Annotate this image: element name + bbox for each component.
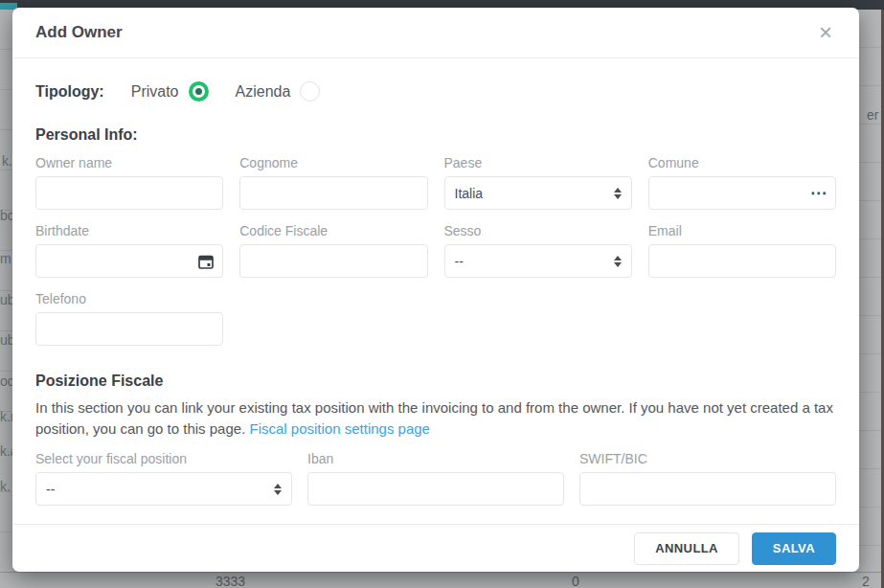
modal-footer: ANNULLA SALVA bbox=[12, 524, 859, 572]
annulla-button[interactable]: ANNULLA bbox=[634, 532, 739, 565]
fiscal-description-text: In this section you can link your existi… bbox=[35, 399, 833, 437]
fiscal-grid: Select your fiscal position -- Iban SWIF… bbox=[35, 451, 836, 506]
backdrop-table-cell: 0 bbox=[572, 574, 579, 588]
posizione-fiscale-heading: Posizione Fiscale bbox=[35, 373, 836, 390]
personal-info-grid: Owner name Cognome Paese Italia Comune ⋯ bbox=[35, 155, 836, 346]
birthdate-input[interactable] bbox=[35, 244, 223, 278]
backdrop-table-cell: 3333 bbox=[215, 574, 245, 588]
field-comune: Comune ⋯ bbox=[648, 155, 836, 210]
field-iban: Iban bbox=[307, 451, 564, 506]
fiscal-position-selected-value: -- bbox=[46, 482, 55, 497]
select-arrows-icon bbox=[274, 484, 282, 495]
fiscal-description: In this section you can link your existi… bbox=[35, 397, 836, 440]
email-input[interactable] bbox=[648, 244, 836, 278]
field-email: Email bbox=[648, 223, 836, 278]
backdrop-text-fragment: er bbox=[867, 107, 878, 123]
backdrop-text-fragment: k. bbox=[2, 153, 12, 169]
iban-label: Iban bbox=[307, 451, 564, 466]
personal-info-heading: Personal Info: bbox=[35, 126, 836, 144]
field-owner-name: Owner name bbox=[35, 155, 223, 210]
radio-label-azienda: Azienda bbox=[236, 83, 291, 101]
modal-header: Add Owner × bbox=[12, 8, 859, 58]
fiscal-position-label: Select your fiscal position bbox=[35, 451, 292, 466]
add-owner-modal: Add Owner × Tipology: Privato Azienda Pe… bbox=[12, 8, 859, 572]
owner-name-label: Owner name bbox=[35, 155, 223, 170]
email-label: Email bbox=[648, 223, 836, 238]
modal-body: Tipology: Privato Azienda Personal Info:… bbox=[12, 58, 859, 524]
cognome-label: Cognome bbox=[239, 155, 427, 170]
comune-label: Comune bbox=[648, 155, 836, 170]
sesso-select[interactable]: -- bbox=[444, 244, 632, 278]
field-sesso: Sesso -- bbox=[444, 223, 632, 278]
radio-option-azienda[interactable]: Azienda bbox=[236, 81, 321, 102]
tipology-label: Tipology: bbox=[35, 83, 104, 101]
comune-input[interactable] bbox=[648, 176, 836, 210]
paese-select[interactable]: Italia bbox=[444, 176, 632, 210]
fiscal-position-settings-link[interactable]: Fiscal position settings page bbox=[250, 420, 430, 437]
telefono-label: Telefono bbox=[35, 291, 223, 306]
swift-bic-label: SWIFT/BIC bbox=[579, 451, 836, 466]
comune-lookup-ellipsis-icon[interactable]: ⋯ bbox=[810, 176, 827, 210]
radio-label-privato: Privato bbox=[131, 83, 179, 101]
swift-bic-input[interactable] bbox=[579, 472, 836, 506]
codice-fiscale-label: Codice Fiscale bbox=[239, 223, 427, 238]
backdrop-table-bottom-row bbox=[0, 572, 884, 588]
sesso-selected-value: -- bbox=[455, 254, 464, 269]
codice-fiscale-input[interactable] bbox=[239, 244, 427, 278]
field-telefono: Telefono bbox=[35, 291, 223, 346]
field-cognome: Cognome bbox=[239, 155, 427, 210]
owner-name-input[interactable] bbox=[35, 176, 223, 210]
backdrop-table-cell: 2 bbox=[862, 574, 870, 588]
backdrop-table-right bbox=[859, 10, 881, 572]
tipology-row: Tipology: Privato Azienda bbox=[35, 81, 836, 102]
calendar-icon[interactable] bbox=[197, 244, 215, 278]
radio-azienda-unselected[interactable] bbox=[300, 81, 320, 102]
modal-title: Add Owner bbox=[35, 23, 123, 42]
radio-privato-selected[interactable] bbox=[189, 81, 209, 102]
backdrop-text-fragment: k. bbox=[0, 479, 11, 494]
telefono-input[interactable] bbox=[35, 312, 223, 346]
sesso-label: Sesso bbox=[444, 223, 632, 238]
backdrop-text-fragment: m bbox=[0, 251, 11, 266]
field-paese: Paese Italia bbox=[444, 155, 632, 210]
salva-button[interactable]: SALVA bbox=[752, 532, 836, 565]
paese-label: Paese bbox=[444, 155, 632, 170]
field-birthdate: Birthdate bbox=[35, 223, 223, 278]
cognome-input[interactable] bbox=[239, 176, 427, 210]
fiscal-position-select[interactable]: -- bbox=[35, 472, 292, 506]
iban-input[interactable] bbox=[307, 472, 564, 506]
radio-option-privato[interactable]: Privato bbox=[131, 81, 209, 102]
birthdate-label: Birthdate bbox=[35, 223, 223, 238]
select-arrows-icon bbox=[614, 188, 622, 199]
field-fiscal-position: Select your fiscal position -- bbox=[35, 451, 292, 506]
close-icon[interactable]: × bbox=[815, 19, 836, 46]
paese-selected-value: Italia bbox=[455, 186, 484, 201]
select-arrows-icon bbox=[614, 256, 622, 267]
field-swift-bic: SWIFT/BIC bbox=[579, 451, 836, 506]
field-codice-fiscale: Codice Fiscale bbox=[239, 223, 427, 278]
